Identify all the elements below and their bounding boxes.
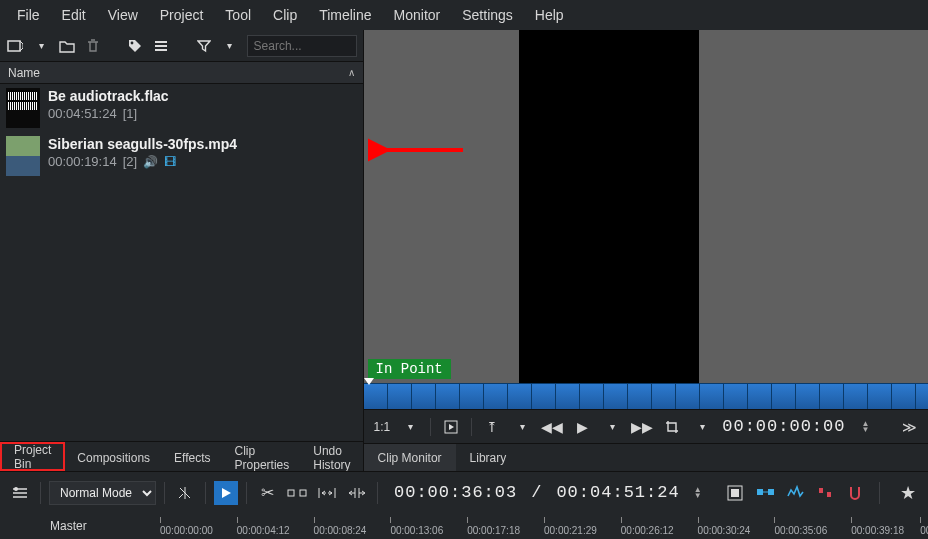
razor-all-button[interactable] bbox=[173, 481, 197, 505]
tab-compositions[interactable]: Compositions bbox=[65, 442, 162, 471]
tab-library[interactable]: Library bbox=[456, 444, 521, 471]
menu-view[interactable]: View bbox=[97, 0, 149, 30]
svg-rect-5 bbox=[300, 490, 306, 496]
show-video-thumbs-icon[interactable] bbox=[757, 485, 773, 501]
timeline-ruler[interactable]: 00:00:00:00 00:00:04:12 00:00:08:24 00:0… bbox=[160, 513, 928, 539]
ruler-tick: 00:00:35:06 bbox=[774, 517, 827, 536]
menu-project[interactable]: Project bbox=[149, 0, 215, 30]
clip-usage-count: [1] bbox=[123, 106, 137, 121]
folder-new-icon[interactable] bbox=[58, 37, 76, 55]
clip-duration: 00:04:51:24 bbox=[48, 106, 117, 121]
bin-item[interactable]: Be audiotrack.flac 00:04:51:24 [1] bbox=[0, 84, 363, 132]
svg-rect-7 bbox=[731, 489, 739, 497]
bin-item[interactable]: Siberian seagulls-30fps.mp4 00:00:19:14 … bbox=[0, 132, 363, 180]
favorite-button[interactable]: ★ bbox=[896, 481, 920, 505]
column-name-label: Name bbox=[8, 66, 40, 80]
play-button[interactable] bbox=[214, 481, 238, 505]
svg-rect-10 bbox=[819, 488, 823, 493]
monitor-viewport[interactable]: In Point bbox=[364, 30, 928, 383]
sort-ascending-icon: ∧ bbox=[348, 67, 355, 78]
monitor-frame bbox=[519, 30, 699, 383]
tab-undo-history[interactable]: Undo History bbox=[301, 442, 362, 471]
toggle-track-button[interactable] bbox=[8, 481, 32, 505]
menu-monitor[interactable]: Monitor bbox=[383, 0, 452, 30]
ruler-tick: 00:00:17:18 bbox=[467, 517, 520, 536]
menu-clip[interactable]: Clip bbox=[262, 0, 308, 30]
monitor-timecode[interactable]: 00:00:00:00 bbox=[722, 417, 845, 436]
list-icon[interactable] bbox=[152, 37, 170, 55]
chevron-down-icon[interactable]: ▾ bbox=[400, 417, 420, 437]
crop-button[interactable] bbox=[662, 417, 682, 437]
rewind-button[interactable]: ◀◀ bbox=[542, 417, 562, 437]
show-markers-icon[interactable] bbox=[817, 485, 833, 501]
chevron-down-icon[interactable]: ▾ bbox=[32, 37, 50, 55]
speaker-icon: 🔊 bbox=[143, 155, 158, 169]
ruler-ticks bbox=[364, 384, 928, 409]
ruler-tick: 00:00:43:2 bbox=[920, 517, 928, 536]
tab-clip-monitor[interactable]: Clip Monitor bbox=[364, 444, 456, 471]
chevron-down-icon[interactable]: ▾ bbox=[602, 417, 622, 437]
left-tabs: Project Bin Compositions Effects Clip Pr… bbox=[0, 441, 363, 471]
svg-point-3 bbox=[14, 487, 18, 491]
project-bin-panel: ▾ ▾ Name ∧ Be audiotrack.flac bbox=[0, 30, 364, 471]
mix-audio-icon[interactable] bbox=[727, 485, 743, 501]
fast-forward-button[interactable]: ▶▶ bbox=[632, 417, 652, 437]
bin-list: Be audiotrack.flac 00:04:51:24 [1] Siber… bbox=[0, 84, 363, 441]
svg-rect-4 bbox=[288, 490, 294, 496]
menu-file[interactable]: File bbox=[6, 0, 51, 30]
ruler-tick: 00:00:04:12 bbox=[237, 517, 290, 536]
video-thumbnail-icon bbox=[6, 136, 40, 176]
clip-name: Be audiotrack.flac bbox=[48, 88, 169, 104]
clip-monitor-panel: In Point 1:1 ▾ ⤒ ▾ ◀◀ ▶ ▾ ▶▶ ▾ 00:00:0 bbox=[364, 30, 928, 471]
show-audio-thumbs-icon[interactable] bbox=[787, 485, 803, 501]
ruler-tick: 00:00:30:24 bbox=[698, 517, 751, 536]
timeline-ruler-strip: Master 00:00:00:00 00:00:04:12 00:00:08:… bbox=[0, 513, 928, 539]
svg-rect-8 bbox=[757, 489, 763, 495]
cut-button[interactable]: ✂ bbox=[255, 481, 279, 505]
zone-play-button[interactable] bbox=[441, 417, 461, 437]
clip-duration: 00:00:19:14 bbox=[48, 154, 117, 169]
menu-help[interactable]: Help bbox=[524, 0, 575, 30]
clip-name: Siberian seagulls-30fps.mp4 bbox=[48, 136, 237, 152]
menu-tool[interactable]: Tool bbox=[214, 0, 262, 30]
tab-effects[interactable]: Effects bbox=[162, 442, 222, 471]
right-tabs: Clip Monitor Library bbox=[364, 443, 928, 471]
add-clip-icon[interactable] bbox=[6, 37, 24, 55]
tab-project-bin[interactable]: Project Bin bbox=[0, 442, 65, 471]
trash-icon[interactable] bbox=[84, 37, 102, 55]
ruler-tick: 00:00:39:18 bbox=[851, 517, 904, 536]
timecode-stepper[interactable]: ▲▼ bbox=[861, 421, 869, 433]
chevron-down-icon[interactable]: ▾ bbox=[512, 417, 532, 437]
menu-settings[interactable]: Settings bbox=[451, 0, 524, 30]
more-tools-button[interactable]: ≫ bbox=[899, 417, 919, 437]
ruler-tick: 00:00:08:24 bbox=[314, 517, 367, 536]
search-input[interactable] bbox=[247, 35, 357, 57]
timeline-position-tc[interactable]: 00:00:36:03 bbox=[394, 483, 517, 502]
timecode-stepper[interactable]: ▲▼ bbox=[694, 487, 702, 499]
monitor-ruler[interactable] bbox=[364, 383, 928, 409]
fit-zone-in-button[interactable] bbox=[315, 481, 339, 505]
playhead-icon[interactable] bbox=[364, 378, 374, 385]
svg-rect-9 bbox=[768, 489, 774, 495]
edit-mode-select[interactable]: Normal Mode bbox=[49, 481, 156, 505]
chevron-down-icon[interactable]: ▾ bbox=[692, 417, 712, 437]
filter-icon[interactable] bbox=[195, 37, 213, 55]
play-button[interactable]: ▶ bbox=[572, 417, 592, 437]
bin-column-header[interactable]: Name ∧ bbox=[0, 62, 363, 84]
fit-zone-out-button[interactable] bbox=[345, 481, 369, 505]
tab-clip-properties[interactable]: Clip Properties bbox=[223, 442, 302, 471]
monitor-controls: 1:1 ▾ ⤒ ▾ ◀◀ ▶ ▾ ▶▶ ▾ 00:00:00:00 ▲▼ ≫ bbox=[364, 409, 928, 443]
snap-icon[interactable] bbox=[847, 485, 863, 501]
bin-toolbar: ▾ ▾ bbox=[0, 30, 363, 62]
prev-keyframe-button[interactable]: ⤒ bbox=[482, 417, 502, 437]
ruler-tick: 00:00:00:00 bbox=[160, 517, 213, 536]
menu-edit[interactable]: Edit bbox=[51, 0, 97, 30]
spacer-button[interactable] bbox=[285, 481, 309, 505]
svg-rect-11 bbox=[827, 492, 831, 497]
master-track-label[interactable]: Master bbox=[0, 513, 160, 539]
tag-icon[interactable] bbox=[126, 37, 144, 55]
zoom-ratio-label[interactable]: 1:1 bbox=[374, 417, 391, 437]
ruler-tick: 00:00:21:29 bbox=[544, 517, 597, 536]
menu-timeline[interactable]: Timeline bbox=[308, 0, 382, 30]
chevron-down-icon[interactable]: ▾ bbox=[221, 37, 239, 55]
